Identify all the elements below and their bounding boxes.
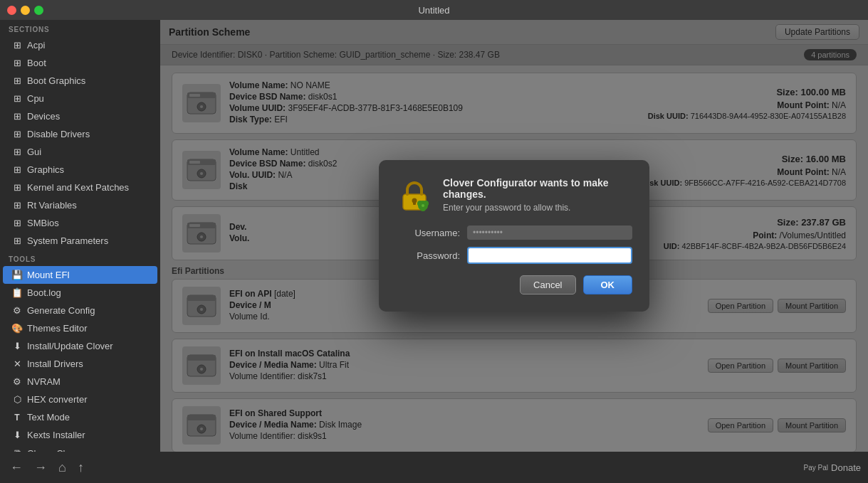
sidebar-item-generate-config[interactable]: ⚙ Generate Config bbox=[3, 302, 157, 319]
boot-graphics-icon: ⊞ bbox=[11, 75, 23, 86]
sidebar-item-nvram[interactable]: ⚙ NVRAM bbox=[3, 373, 157, 391]
maximize-button[interactable] bbox=[34, 6, 43, 15]
kernel-kext-icon: ⊞ bbox=[11, 182, 23, 193]
nvram-icon: ⚙ bbox=[11, 376, 23, 387]
mount-efi-icon: 💾 bbox=[11, 270, 23, 280]
system-parameters-icon: ⊞ bbox=[11, 235, 23, 246]
minimize-button[interactable] bbox=[21, 6, 30, 15]
window-title: Untitled bbox=[418, 5, 449, 16]
password-field: Password: bbox=[396, 247, 632, 264]
themes-editor-icon: 🎨 bbox=[11, 323, 23, 334]
boot-log-icon: 📋 bbox=[11, 287, 23, 298]
tools-label: TOOLS bbox=[0, 250, 160, 266]
username-label: Username: bbox=[396, 228, 460, 238]
sidebar-item-text-mode[interactable]: T Text Mode bbox=[3, 408, 157, 426]
svg-point-34 bbox=[422, 204, 424, 207]
smbios-icon: ⊞ bbox=[11, 218, 23, 228]
install-clover-icon: ⬇ bbox=[11, 341, 23, 351]
sidebar-item-mount-efi[interactable]: 💾 Mount EFI bbox=[3, 266, 157, 284]
arrow-left-icon[interactable]: ← bbox=[7, 457, 26, 478]
sidebar-item-disable-drivers[interactable]: ⊞ Disable Drivers bbox=[3, 125, 157, 143]
install-drivers-icon: ✕ bbox=[11, 359, 23, 369]
modal-header: Clover Configurator wants to make change… bbox=[396, 177, 632, 214]
username-field: Username: •••••••••• bbox=[396, 225, 632, 240]
gui-icon: ⊞ bbox=[11, 147, 23, 157]
sidebar-item-devices[interactable]: ⊞ Devices bbox=[3, 107, 157, 125]
modal-actions: Cancel OK bbox=[396, 275, 632, 294]
sidebar-item-install-clover[interactable]: ⬇ Install/Update Clover bbox=[3, 337, 157, 355]
sidebar-item-smbios[interactable]: ⊞ SMBios bbox=[3, 214, 157, 232]
modal-title: Clover Configurator wants to make change… bbox=[443, 177, 632, 200]
sidebar-item-boot-log[interactable]: 📋 Boot.log bbox=[3, 284, 157, 302]
sidebar-item-rt-variables[interactable]: ⊞ Rt Variables bbox=[3, 196, 157, 214]
hex-converter-icon: ⬡ bbox=[11, 394, 23, 405]
sidebar-item-boot[interactable]: ⊞ Boot bbox=[3, 54, 157, 72]
cpu-icon: ⊞ bbox=[11, 93, 23, 104]
main-content: Partition Scheme Update Partitions Devic… bbox=[160, 20, 868, 452]
disable-drivers-icon: ⊞ bbox=[11, 129, 23, 139]
sidebar-item-boot-graphics[interactable]: ⊞ Boot Graphics bbox=[3, 72, 157, 90]
lock-icon bbox=[396, 177, 433, 214]
graphics-icon: ⊞ bbox=[11, 164, 23, 175]
sidebar-item-clover-cloner[interactable]: ⧉ Clover Cloner bbox=[3, 444, 157, 452]
modal-text-block: Clover Configurator wants to make change… bbox=[443, 177, 632, 213]
sidebar-item-kexts-installer[interactable]: ⬇ Kexts Installer bbox=[3, 426, 157, 444]
cancel-button[interactable]: Cancel bbox=[520, 275, 575, 294]
donate-button[interactable]: Pay Pal Donate bbox=[804, 462, 861, 473]
sidebar-item-acpi[interactable]: ⊞ Acpi bbox=[3, 36, 157, 54]
app-body: SECTIONS ⊞ Acpi ⊞ Boot ⊞ Boot Graphics ⊞… bbox=[0, 20, 868, 452]
ok-button[interactable]: OK bbox=[583, 275, 633, 294]
generate-config-icon: ⚙ bbox=[11, 305, 23, 316]
svg-rect-29 bbox=[413, 201, 416, 205]
bottom-toolbar: ← → ⌂ ↑ Pay Pal Donate bbox=[0, 452, 868, 483]
text-mode-icon: T bbox=[11, 413, 23, 423]
acpi-icon: ⊞ bbox=[11, 40, 23, 51]
sections-label: SECTIONS bbox=[0, 20, 160, 36]
rt-variables-icon: ⊞ bbox=[11, 200, 23, 211]
sidebar-item-install-drivers[interactable]: ✕ Install Drivers bbox=[3, 355, 157, 373]
close-button[interactable] bbox=[7, 6, 16, 15]
title-bar: Untitled bbox=[0, 0, 868, 20]
password-input[interactable] bbox=[467, 247, 632, 264]
sidebar-item-themes-editor[interactable]: 🎨 Themes Editor bbox=[3, 319, 157, 337]
window-controls bbox=[7, 6, 43, 15]
arrow-right-icon[interactable]: → bbox=[31, 457, 50, 478]
username-value: •••••••••• bbox=[467, 225, 632, 240]
home-icon[interactable]: ⌂ bbox=[56, 457, 69, 478]
sidebar: SECTIONS ⊞ Acpi ⊞ Boot ⊞ Boot Graphics ⊞… bbox=[0, 20, 160, 452]
sidebar-item-cpu[interactable]: ⊞ Cpu bbox=[3, 90, 157, 107]
modal-overlay: Clover Configurator wants to make change… bbox=[160, 20, 868, 452]
sidebar-item-kernel-kext[interactable]: ⊞ Kernel and Kext Patches bbox=[3, 179, 157, 196]
devices-icon: ⊞ bbox=[11, 111, 23, 122]
sidebar-item-graphics[interactable]: ⊞ Graphics bbox=[3, 161, 157, 179]
boot-icon: ⊞ bbox=[11, 58, 23, 68]
sidebar-item-gui[interactable]: ⊞ Gui bbox=[3, 143, 157, 161]
password-label: Password: bbox=[396, 250, 460, 261]
auth-dialog: Clover Configurator wants to make change… bbox=[379, 160, 649, 312]
sidebar-item-hex-converter[interactable]: ⬡ HEX converter bbox=[3, 391, 157, 408]
donate-label: Donate bbox=[831, 462, 861, 473]
modal-subtitle: Enter your password to allow this. bbox=[443, 203, 632, 213]
sidebar-item-system-parameters[interactable]: ⊞ System Parameters bbox=[3, 232, 157, 250]
kexts-installer-icon: ⬇ bbox=[11, 430, 23, 440]
paypal-icon: Pay Pal bbox=[804, 464, 828, 472]
share-icon[interactable]: ↑ bbox=[75, 457, 87, 478]
